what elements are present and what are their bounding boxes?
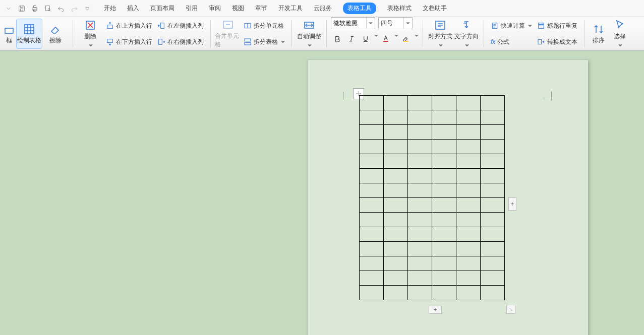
- bold-button[interactable]: [331, 32, 344, 45]
- repeat-header-button[interactable]: 标题行重复: [535, 19, 580, 33]
- table-cell[interactable]: [481, 242, 505, 256]
- table-cell[interactable]: [360, 140, 384, 154]
- table-cell[interactable]: [360, 256, 384, 271]
- table-cell[interactable]: [481, 256, 505, 271]
- italic-button[interactable]: [345, 32, 358, 45]
- table-cell[interactable]: [456, 271, 481, 286]
- table-cell[interactable]: [432, 256, 456, 271]
- table-cell[interactable]: [384, 286, 408, 300]
- table-cell[interactable]: [456, 286, 481, 300]
- table-cell[interactable]: [481, 110, 505, 125]
- table-row[interactable]: [360, 169, 505, 183]
- table-cell[interactable]: [481, 183, 505, 198]
- select-button[interactable]: 选择: [609, 19, 631, 49]
- table-cell[interactable]: [384, 110, 408, 125]
- table-cell[interactable]: [456, 198, 481, 213]
- insert-row-below-button[interactable]: 在下方插入行: [103, 35, 155, 49]
- table-cell[interactable]: [456, 169, 481, 183]
- table-cell[interactable]: [384, 271, 408, 286]
- tab-insert[interactable]: 插入: [127, 4, 139, 13]
- app-menu-dropdown-icon[interactable]: [3, 3, 14, 14]
- alignment-button[interactable]: 对齐方式: [427, 19, 453, 49]
- table-cell[interactable]: [360, 271, 384, 286]
- table-cell[interactable]: [408, 227, 432, 242]
- tab-reference[interactable]: 引用: [186, 4, 198, 13]
- table-cell[interactable]: [384, 198, 408, 213]
- table-cell[interactable]: [384, 213, 408, 227]
- table-cell[interactable]: [360, 227, 384, 242]
- table-cell[interactable]: [360, 242, 384, 256]
- table-cell[interactable]: [456, 110, 481, 125]
- table-cell[interactable]: [432, 183, 456, 198]
- table-cell[interactable]: [384, 256, 408, 271]
- table-cell[interactable]: [384, 140, 408, 154]
- table-cell[interactable]: [432, 213, 456, 227]
- table-cell[interactable]: [408, 213, 432, 227]
- table-cell[interactable]: [384, 242, 408, 256]
- table-cell[interactable]: [481, 154, 505, 169]
- table-row[interactable]: [360, 213, 505, 227]
- table-row[interactable]: [360, 140, 505, 154]
- table-cell[interactable]: [408, 110, 432, 125]
- table-cell[interactable]: [432, 242, 456, 256]
- table-cell[interactable]: [384, 154, 408, 169]
- table-row[interactable]: [360, 96, 505, 110]
- eraser-button[interactable]: 擦除: [42, 19, 69, 49]
- font-color-button[interactable]: [379, 32, 392, 45]
- table-cell[interactable]: [456, 227, 481, 242]
- font-name-combo[interactable]: 微软雅黑: [331, 17, 375, 29]
- insert-col-right-button[interactable]: 在右侧插入列: [155, 35, 206, 49]
- table-cell[interactable]: [456, 242, 481, 256]
- table-cell[interactable]: [408, 140, 432, 154]
- table-row[interactable]: [360, 198, 505, 213]
- table-cell[interactable]: [456, 125, 481, 140]
- quick-access-more-icon[interactable]: [82, 3, 93, 14]
- table-cell[interactable]: [360, 110, 384, 125]
- table-cell[interactable]: [481, 96, 505, 110]
- table-cell[interactable]: [481, 227, 505, 242]
- table-cell[interactable]: [360, 125, 384, 140]
- table-cell[interactable]: [384, 96, 408, 110]
- table-cell[interactable]: [432, 169, 456, 183]
- table-cell[interactable]: [481, 125, 505, 140]
- table-cell[interactable]: [432, 110, 456, 125]
- redo-icon[interactable]: [69, 3, 80, 14]
- table-cell[interactable]: [456, 140, 481, 154]
- table-cell[interactable]: [481, 271, 505, 286]
- table-cell[interactable]: [360, 96, 384, 110]
- table-cell[interactable]: [384, 125, 408, 140]
- table-cell[interactable]: [432, 154, 456, 169]
- formula-button[interactable]: fx 公式: [488, 35, 535, 49]
- table-cell[interactable]: [408, 198, 432, 213]
- tab-table-style[interactable]: 表格样式: [387, 4, 412, 13]
- tab-page-layout[interactable]: 页面布局: [150, 4, 174, 13]
- font-size-combo[interactable]: 四号: [378, 17, 413, 29]
- table-cell[interactable]: [432, 271, 456, 286]
- table-cell[interactable]: [432, 198, 456, 213]
- table-cell[interactable]: [384, 227, 408, 242]
- chevron-down-icon[interactable]: [394, 32, 398, 45]
- undo-icon[interactable]: [55, 3, 67, 14]
- tab-review[interactable]: 审阅: [209, 4, 221, 13]
- chevron-down-icon[interactable]: [403, 18, 412, 29]
- table-add-row-handle[interactable]: +: [429, 306, 442, 314]
- insert-col-left-button[interactable]: 在左侧插入列: [155, 19, 206, 33]
- table-cell[interactable]: [432, 96, 456, 110]
- tab-doc-assist[interactable]: 文档助手: [423, 4, 447, 13]
- insert-row-above-button[interactable]: 在上方插入行: [103, 19, 155, 33]
- delete-button[interactable]: 删除: [77, 19, 103, 49]
- table-cell[interactable]: [432, 227, 456, 242]
- chevron-down-icon[interactable]: [415, 32, 419, 45]
- merge-cells-button[interactable]: 合并单元格: [215, 19, 241, 49]
- autofit-button[interactable]: 自动调整: [296, 19, 322, 49]
- table-cell[interactable]: [456, 96, 481, 110]
- table-cell[interactable]: [456, 154, 481, 169]
- table-row[interactable]: [360, 125, 505, 140]
- underline-button[interactable]: [359, 32, 372, 45]
- split-cells-button[interactable]: 拆分单元格: [241, 19, 287, 33]
- table-cell[interactable]: [481, 213, 505, 227]
- table-cell[interactable]: [360, 213, 384, 227]
- table-cell[interactable]: [432, 286, 456, 300]
- table-cell[interactable]: [481, 286, 505, 300]
- text-direction-button[interactable]: A 文字方向: [453, 19, 480, 49]
